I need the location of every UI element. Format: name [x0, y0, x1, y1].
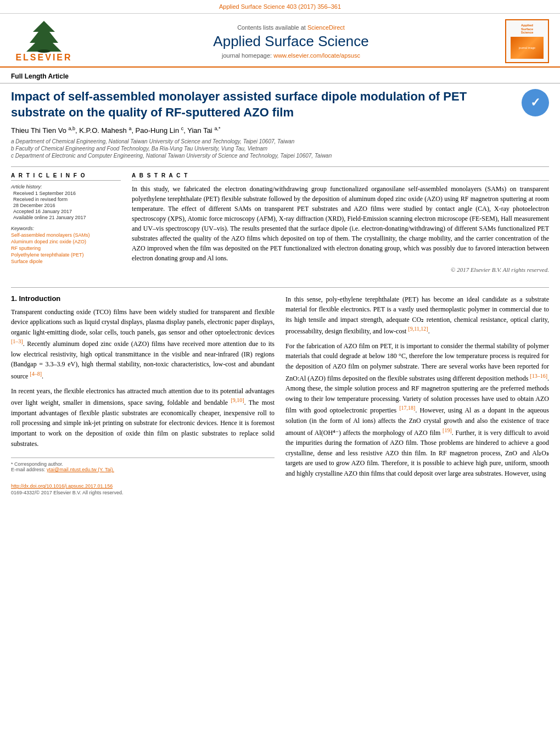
- elsevier-text: ELSEVIER: [15, 53, 72, 63]
- contents-line: Contents lists available at ScienceDirec…: [88, 24, 494, 31]
- homepage-line: journal homepage: www.elsevier.com/locat…: [88, 52, 494, 59]
- right-paragraph-1: In this sense, poly-ethylene terephthala…: [285, 294, 549, 337]
- date-accepted: Accepted 16 January 2017: [13, 209, 121, 214]
- article-type-label: Full Length Article: [11, 72, 69, 80]
- homepage-url[interactable]: www.elsevier.com/locate/apsusc: [273, 52, 360, 59]
- affiliation-a: a Department of Chemical Engineering, Na…: [11, 138, 549, 144]
- intro-paragraph-2: In recent years, the flexible electronic…: [11, 386, 275, 449]
- issn-line: 0169-4332/© 2017 Elsevier B.V. All right…: [11, 490, 275, 495]
- history-label: Article history:: [11, 184, 121, 189]
- crossmark-icon: ✓: [530, 96, 540, 110]
- right-paragraph-2: For the fabrication of AZO film on PET, …: [285, 341, 549, 479]
- body-section: 1. Introduction Transparent conducting o…: [11, 287, 549, 496]
- keywords-label: Keywords:: [11, 226, 121, 231]
- doi-link[interactable]: http://dx.doi.org/10.1016/j.apsusc.2017.…: [11, 483, 113, 489]
- author-sup-2: a: [128, 126, 131, 131]
- body-left-col: 1. Introduction Transparent conducting o…: [11, 294, 275, 496]
- journal-center: Contents lists available at ScienceDirec…: [77, 24, 505, 59]
- keyword-2: Aluminum doped zinc oxide (AZO): [11, 239, 121, 244]
- elsevier-tree-icon: [22, 20, 66, 53]
- paper-title-section: Impact of self-assembled monolayer assis…: [11, 89, 549, 120]
- date-revised: 28 December 2016: [13, 203, 121, 208]
- sciencedirect-link[interactable]: ScienceDirect: [307, 24, 345, 31]
- ref-link-13-16[interactable]: [13–16]: [530, 373, 547, 379]
- crossmark-badge[interactable]: ✓: [522, 89, 549, 116]
- abstract-header: A B S T R A C T: [132, 172, 549, 181]
- main-content: Impact of self-assembled monolayer assis…: [0, 83, 560, 506]
- date-online: Available online 21 January 2017: [13, 215, 121, 220]
- intro-paragraph-1: Transparent conducting oxide (TCO) films…: [11, 307, 275, 382]
- body-right-col: In this sense, poly-ethylene terephthala…: [285, 294, 549, 496]
- email-link[interactable]: ytai@mail.ntust.edu.tw (Y. Tai).: [47, 467, 114, 472]
- author-sup-3: c: [181, 126, 184, 131]
- journal-logo-box: AppliedSurfaceScience journal image: [505, 19, 549, 63]
- keyword-1: Self-assembled monolayers (SAMs): [11, 232, 121, 238]
- affiliation-c: c Department of Electronic and Computer …: [11, 153, 549, 159]
- footer-note: * Corresponding author. E-mail address: …: [11, 458, 275, 495]
- elsevier-logo: ELSEVIER: [11, 20, 77, 63]
- introduction-title: 1. Introduction: [11, 294, 275, 303]
- body-two-col: 1. Introduction Transparent conducting o…: [11, 294, 549, 496]
- ref-link-9-11-12[interactable]: [9,11,12]: [408, 326, 428, 332]
- abstract-text: In this study, we fabricated the electro…: [132, 184, 549, 263]
- affiliation-b: b Faculty of Chemical Engineering and Fo…: [11, 146, 549, 152]
- ref-link-4-8[interactable]: [4–8]: [30, 371, 42, 377]
- there-are-text: There are: [421, 362, 447, 370]
- keywords-section: Keywords: Self-assembled monolayers (SAM…: [11, 226, 121, 264]
- keyword-3: RF sputtering: [11, 246, 121, 251]
- authors-line: Thieu Thi Tien Vo a,b, K.P.O. Mahesh a, …: [11, 126, 549, 135]
- article-type-bar: Full Length Article: [0, 68, 560, 83]
- header-bar: Applied Surface Science 403 (2017) 356–3…: [0, 0, 560, 14]
- author-sup-4: a,*: [214, 126, 220, 131]
- ref-link-1-3[interactable]: [1–3]: [11, 338, 23, 344]
- ref-link-17-18[interactable]: [17,18]: [399, 405, 415, 411]
- abstract-col: A B S T R A C T In this study, we fabric…: [132, 172, 549, 278]
- copyright-line: © 2017 Elsevier B.V. All rights reserved…: [132, 266, 549, 273]
- email-line: E-mail address: ytai@mail.ntust.edu.tw (…: [11, 467, 275, 472]
- journal-title: Applied Surface Science: [88, 33, 494, 50]
- keyword-5: Surface dipole: [11, 259, 121, 264]
- journal-citation-link[interactable]: Applied Surface Science 403 (2017) 356–3…: [219, 3, 341, 10]
- keyword-4: Polyethylene terephthalate (PET): [11, 252, 121, 258]
- journal-header: ELSEVIER Contents lists available at Sci…: [0, 14, 560, 68]
- ref-link-19[interactable]: [19]: [443, 427, 452, 433]
- paper-title: Impact of self-assembled monolayer assis…: [11, 89, 522, 120]
- article-info-header: A R T I C L E I N F O: [11, 172, 121, 181]
- date-received: Received 1 September 2016: [13, 191, 121, 196]
- date-revised-label: Received in revised form: [13, 197, 121, 202]
- svg-marker-0: [26, 21, 61, 52]
- corresponding-note: * Corresponding author.: [11, 461, 275, 467]
- author-sup-1: a,b: [69, 126, 76, 131]
- article-info-col: A R T I C L E I N F O Article history: R…: [11, 172, 121, 278]
- ref-link-9-10[interactable]: [9,10]: [231, 397, 244, 403]
- article-info-abstract-row: A R T I C L E I N F O Article history: R…: [11, 166, 549, 278]
- abstract-section: A B S T R A C T In this study, we fabric…: [132, 172, 549, 273]
